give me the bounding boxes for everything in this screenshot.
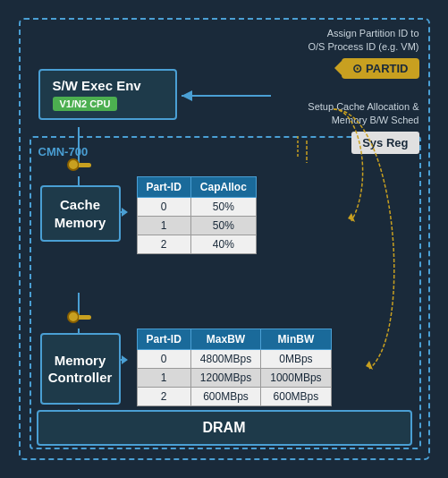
- mem-cell-0-partid: 0: [137, 350, 190, 369]
- key-icon-cache: [67, 158, 91, 171]
- sw-exec-env-box: S/W Exec Env V1/N2 CPU: [38, 69, 177, 120]
- partid-badge: ⊙ PARTID: [342, 58, 418, 79]
- cache-cell-1-capalloc: 50%: [190, 217, 256, 235]
- cache-cell-0-partid: 0: [137, 198, 190, 217]
- mem-cell-2-minbw: 600MBps: [261, 388, 331, 406]
- mem-cell-0-minbw: 0MBps: [261, 350, 331, 369]
- mem-cell-0-maxbw: 4800MBps: [190, 350, 260, 369]
- cache-table-container: Part-ID CapAlloc 0 50% 1 50% 2 4: [137, 176, 257, 254]
- mem-cell-1-maxbw: 1200MBps: [190, 369, 260, 388]
- partid-label: ⊙ PARTID: [352, 62, 408, 75]
- sys-reg-area: Setup Cache Allocation &Memory B/W Sched…: [308, 100, 418, 154]
- mem-row-1: 1 1200MBps 1000MBps: [137, 369, 331, 388]
- mem-cell-1-minbw: 1000MBps: [261, 369, 331, 388]
- cache-cell-1-partid: 1: [137, 217, 190, 235]
- memory-table: Part-ID MaxBW MinBW 0 4800MBps 0MBps 1 1…: [137, 329, 332, 406]
- sw-exec-env-label: S/W Exec Env: [53, 78, 141, 93]
- cache-memory-label: CacheMemory: [55, 197, 106, 230]
- partid-area: Assign Partition ID toO/S Process ID (e.…: [308, 27, 418, 79]
- mem-col-partid: Part-ID: [137, 329, 190, 350]
- memory-controller-box: MemoryController: [40, 333, 121, 405]
- cache-col-capalloc: CapAlloc: [190, 177, 256, 198]
- mem-row-0: 0 4800MBps 0MBps: [137, 350, 331, 369]
- main-container: CMN-700 Assign Partition ID toO/S Proces…: [10, 9, 439, 469]
- sys-reg-annotation: Setup Cache Allocation &Memory B/W Sched: [308, 100, 418, 128]
- cpu-badge: V1/N2 CPU: [53, 97, 118, 111]
- dram-box: DRAM: [37, 410, 412, 446]
- mem-row-2: 2 600MBps 600MBps: [137, 388, 331, 406]
- cache-memory-box: CacheMemory: [40, 185, 121, 242]
- cache-cell-0-capalloc: 50%: [190, 198, 256, 217]
- cache-row-0: 0 50%: [137, 198, 256, 217]
- mem-cell-2-partid: 2: [137, 388, 190, 406]
- cache-row-2: 2 40%: [137, 235, 256, 254]
- mem-cell-1-partid: 1: [137, 369, 190, 388]
- key-icon-memory: [67, 311, 91, 323]
- cache-cell-2-capalloc: 40%: [190, 235, 256, 254]
- mem-cell-2-maxbw: 600MBps: [190, 388, 260, 406]
- partid-annotation: Assign Partition ID toO/S Process ID (e.…: [308, 27, 418, 55]
- outer-box: CMN-700 Assign Partition ID toO/S Proces…: [19, 18, 430, 460]
- mem-col-maxbw: MaxBW: [190, 329, 260, 350]
- cache-row-1: 1 50%: [137, 217, 256, 235]
- mem-col-minbw: MinBW: [261, 329, 331, 350]
- memory-controller-label: MemoryController: [48, 352, 113, 387]
- sys-reg-box: Sys Reg: [351, 132, 418, 154]
- cache-cell-2-partid: 2: [137, 235, 190, 254]
- cache-col-partid: Part-ID: [137, 177, 190, 198]
- cmn-label: CMN-700: [38, 145, 89, 158]
- dram-label: DRAM: [203, 420, 246, 435]
- cache-table: Part-ID CapAlloc 0 50% 1 50% 2 4: [137, 176, 257, 254]
- memory-table-container: Part-ID MaxBW MinBW 0 4800MBps 0MBps 1 1…: [137, 329, 332, 406]
